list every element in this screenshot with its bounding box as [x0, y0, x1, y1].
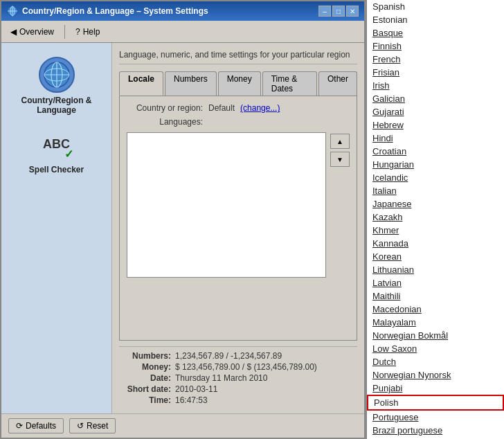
summary-section: Numbers: 1,234,567.89 / -1,234,567.89 Mo… — [119, 346, 357, 406]
summary-shortdate-row: Short date: 2010-03-11 — [119, 384, 357, 394]
tab-numbers[interactable]: Numbers — [165, 71, 217, 96]
tab-content-locale: Country or region: Default (change...) L… — [119, 96, 357, 341]
maximize-button[interactable]: □ — [332, 6, 345, 17]
lang-item-kannada[interactable]: Kannada — [367, 237, 504, 250]
time-value: 16:47:53 — [175, 395, 208, 405]
lang-item-brazil-portuguese[interactable]: Brazil portuguese — [367, 424, 504, 437]
sidebar-item-spellchecker[interactable]: ABC ✓ Spell Checker — [29, 126, 84, 174]
sidebar-spellchecker-label: Spell Checker — [29, 165, 84, 174]
lang-item-french[interactable]: French — [367, 53, 504, 66]
reset-label: Reset — [87, 421, 108, 431]
money-value: $ 123,456,789.00 / $ (123,456,789.00) — [175, 362, 317, 372]
main-window: Country/Region & Language – System Setti… — [0, 0, 366, 439]
languages-row: Languages: — [127, 117, 350, 127]
language-dropdown[interactable]: SpanishEstonianBasqueFinnishFrenchFrisia… — [366, 0, 504, 439]
lang-item-hungarian[interactable]: Hungarian — [367, 158, 504, 171]
lang-item-japanese[interactable]: Japanese — [367, 197, 504, 210]
globe-svg — [43, 61, 71, 89]
country-value: Default — [208, 103, 235, 113]
scroll-down-button[interactable]: ▼ — [330, 152, 350, 167]
lang-item-croatian[interactable]: Croatian — [367, 145, 504, 158]
lang-item-finnish[interactable]: Finnish — [367, 39, 504, 53]
summary-money-row: Money: $ 123,456,789.00 / $ (123,456,789… — [119, 362, 357, 372]
lang-item-hindi[interactable]: Hindi — [367, 132, 504, 145]
sidebar-item-label: Country/Region &Language — [21, 96, 92, 115]
minimize-button[interactable]: – — [318, 6, 331, 17]
lang-item-low-saxon[interactable]: Low Saxon — [367, 342, 504, 355]
lang-item-kazakh[interactable]: Kazakh — [367, 210, 504, 224]
lang-item-gujarati[interactable]: Gujarati — [367, 105, 504, 118]
sidebar-item-country-region[interactable]: Country/Region &Language — [21, 57, 92, 115]
title-bar-left: Country/Region & Language – System Setti… — [7, 6, 208, 17]
checkmark-icon: ✓ — [64, 147, 73, 161]
date-value: Thursday 11 March 2010 — [175, 373, 267, 383]
lang-item-hebrew[interactable]: Hebrew — [367, 118, 504, 132]
sidebar: Country/Region &Language ABC ✓ Spell Che… — [1, 43, 112, 413]
numbers-value: 1,234,567.89 / -1,234,567.89 — [175, 351, 282, 361]
scroll-up-button[interactable]: ▲ — [330, 134, 350, 149]
globe-icon — [39, 57, 75, 93]
lang-item-lithuanian[interactable]: Lithuanian — [367, 263, 504, 276]
languages-list-container[interactable] — [127, 132, 326, 278]
defaults-button[interactable]: ⟳ Defaults — [8, 418, 64, 433]
lang-item-galician[interactable]: Galician — [367, 92, 504, 105]
bottom-bar: ⟳ Defaults ↺ Reset — [1, 413, 364, 438]
lang-item-portuguese[interactable]: Portuguese — [367, 411, 504, 424]
tab-other[interactable]: Other — [318, 71, 357, 96]
window-title: Country/Region & Language – System Setti… — [22, 6, 208, 16]
lang-item-malayalam[interactable]: Malayalam — [367, 316, 504, 329]
numbers-label: Numbers: — [119, 351, 171, 361]
tab-locale[interactable]: Locale — [119, 71, 163, 96]
toolbar-separator — [64, 25, 65, 39]
time-label: Time: — [119, 395, 171, 405]
help-label: Help — [83, 27, 100, 37]
lang-item-dutch[interactable]: Dutch — [367, 355, 504, 368]
country-region-row: Country or region: Default (change...) — [127, 103, 350, 113]
lang-item-estonian[interactable]: Estonian — [367, 13, 504, 26]
content-area: Country/Region &Language ABC ✓ Spell Che… — [1, 43, 364, 413]
summary-time-row: Time: 16:47:53 — [119, 395, 357, 405]
toolbar: ◀ Overview ? Help — [1, 21, 364, 43]
reset-icon: ↺ — [77, 421, 84, 431]
lang-item-polish[interactable]: Polish — [367, 395, 504, 411]
defaults-icon: ⟳ — [16, 421, 23, 431]
date-label: Date: — [119, 373, 171, 383]
tabs-container: Locale Numbers Money Time & Dates Other — [119, 71, 357, 96]
lang-item-spanish[interactable]: Spanish — [367, 0, 504, 13]
main-panel: Language, numeric, and time settings for… — [112, 43, 364, 413]
lang-item-korean[interactable]: Korean — [367, 250, 504, 263]
summary-date-row: Date: Thursday 11 March 2010 — [119, 373, 357, 383]
reset-button[interactable]: ↺ Reset — [69, 418, 116, 433]
lang-item-macedonian[interactable]: Macedonian — [367, 303, 504, 316]
back-icon: ◀ — [10, 27, 17, 37]
lang-item-norwegian-bokmal[interactable]: Norwegian Bokmål — [367, 329, 504, 342]
tab-time-dates[interactable]: Time & Dates — [262, 71, 317, 96]
shortdate-value: 2010-03-11 — [175, 384, 217, 394]
country-label: Country or region: — [127, 103, 203, 113]
lang-item-frisian[interactable]: Frisian — [367, 66, 504, 79]
help-button[interactable]: ? Help — [71, 25, 105, 39]
lang-item-maithili[interactable]: Maithili — [367, 289, 504, 303]
overview-label: Overview — [19, 27, 54, 37]
change-link[interactable]: (change...) — [240, 103, 280, 113]
money-label: Money: — [119, 362, 171, 372]
window-icon — [7, 6, 18, 17]
overview-button[interactable]: ◀ Overview — [6, 25, 59, 39]
lang-item-icelandic[interactable]: Icelandic — [367, 171, 504, 184]
lang-item-norwegian-nynorsk[interactable]: Norwegian Nynorsk — [367, 368, 504, 382]
defaults-label: Defaults — [26, 421, 56, 431]
spell-check-icon: ABC ✓ — [39, 126, 75, 162]
lang-item-khmer[interactable]: Khmer — [367, 224, 504, 237]
lang-item-irish[interactable]: Irish — [367, 79, 504, 92]
title-bar: Country/Region & Language – System Setti… — [1, 1, 364, 21]
shortdate-label: Short date: — [119, 384, 171, 394]
lang-item-basque[interactable]: Basque — [367, 26, 504, 39]
languages-label: Languages: — [127, 117, 203, 127]
lang-item-latvian[interactable]: Latvian — [367, 276, 504, 289]
tab-money[interactable]: Money — [218, 71, 261, 96]
summary-numbers-row: Numbers: 1,234,567.89 / -1,234,567.89 — [119, 351, 357, 361]
close-button[interactable]: ✕ — [346, 6, 359, 17]
lang-item-punjabi[interactable]: Punjabi — [367, 382, 504, 395]
lang-item-italian[interactable]: Italian — [367, 184, 504, 197]
help-icon: ? — [75, 27, 80, 37]
